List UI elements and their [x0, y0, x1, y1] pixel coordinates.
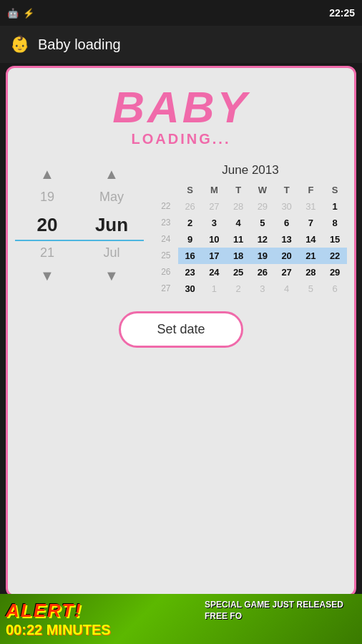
col-header-thu: T [275, 182, 299, 198]
cal-day-4-3[interactable]: 26 [250, 264, 275, 280]
cal-day-5-6[interactable]: 6 [323, 280, 347, 297]
app-icon: 👶 [10, 35, 29, 54]
cal-day-2-0[interactable]: 9 [178, 231, 202, 248]
cal-day-4-1[interactable]: 24 [202, 264, 227, 280]
cal-day-0-0[interactable]: 26 [178, 198, 202, 215]
cal-day-2-1[interactable]: 10 [202, 231, 227, 248]
day-down-arrow[interactable]: ▼ [40, 265, 54, 287]
baby-title: BABY [112, 85, 250, 130]
main-panel: BABY LOADING... ▲ 19 20 21 ▼ ▲ [6, 66, 356, 597]
cal-day-5-0[interactable]: 30 [178, 280, 202, 297]
col-header-fri: F [299, 182, 323, 198]
cal-day-4-0[interactable]: 23 [178, 264, 202, 280]
day-up-arrow[interactable]: ▲ [40, 163, 54, 185]
cal-day-3-0[interactable]: 16 [178, 248, 202, 264]
day-next: 21 [40, 241, 54, 265]
cal-day-3-5[interactable]: 21 [299, 248, 323, 264]
day-selected: 20 [15, 209, 79, 240]
loading-text: LOADING... [132, 131, 231, 147]
cal-day-5-3[interactable]: 3 [250, 280, 275, 297]
cal-day-1-4[interactable]: 6 [275, 215, 299, 231]
calendar-month-header: June 2013 [222, 163, 278, 177]
set-date-button[interactable]: Set date [119, 311, 243, 348]
calendar-week-1: 232345678 [154, 215, 347, 231]
day-column: ▲ 19 20 21 ▼ [15, 163, 79, 287]
cal-day-0-5[interactable]: 31 [299, 198, 323, 215]
day-prev: 19 [40, 185, 54, 209]
col-header-sun: S [178, 182, 202, 198]
calendar: June 2013 S M T W T F S [151, 163, 347, 297]
status-bar: 🤖 ⚡ 22:25 [0, 0, 362, 26]
cal-day-2-6[interactable]: 15 [323, 231, 347, 248]
col-header-sat: S [323, 182, 347, 198]
calendar-week-3: 2516171819202122 [154, 248, 347, 264]
drum-picker: ▲ 19 20 21 ▼ ▲ May Jun Jul ▼ [15, 163, 151, 287]
cal-day-4-6[interactable]: 29 [323, 264, 347, 280]
month-next: Jul [103, 241, 119, 265]
cal-day-4-4[interactable]: 27 [275, 264, 299, 280]
cal-day-2-3[interactable]: 12 [250, 231, 275, 248]
calendar-week-4: 2623242526272829 [154, 264, 347, 280]
week-num-3: 25 [154, 248, 178, 264]
cal-day-5-2[interactable]: 2 [226, 280, 250, 297]
cal-day-4-5[interactable]: 28 [299, 264, 323, 280]
cal-day-0-3[interactable]: 29 [250, 198, 275, 215]
android-icon: 🤖 [7, 8, 19, 19]
week-num-5: 27 [154, 280, 178, 297]
calendar-week-2: 249101112131415 [154, 231, 347, 248]
alert-label: ALERT! [6, 600, 82, 622]
ad-text: SPECIAL GAME JUST RELEASED FREE FO [205, 600, 362, 622]
cal-day-2-2[interactable]: 11 [226, 231, 250, 248]
cal-day-1-0[interactable]: 2 [178, 215, 202, 231]
cal-day-3-4[interactable]: 20 [275, 248, 299, 264]
cal-day-2-4[interactable]: 13 [275, 231, 299, 248]
cal-day-4-2[interactable]: 25 [226, 264, 250, 280]
cal-day-5-5[interactable]: 5 [299, 280, 323, 297]
cal-day-1-5[interactable]: 7 [299, 215, 323, 231]
cal-day-0-1[interactable]: 27 [202, 198, 227, 215]
col-header-mon: M [202, 182, 227, 198]
week-num-header [154, 182, 178, 198]
picker-calendar-row: ▲ 19 20 21 ▼ ▲ May Jun Jul ▼ [15, 163, 347, 297]
calendar-header-row: S M T W T F S [154, 182, 347, 198]
cal-day-0-4[interactable]: 30 [275, 198, 299, 215]
calendar-weeks: 2226272829303112323456782491011121314152… [154, 198, 347, 297]
month-selected: Jun [79, 209, 144, 240]
week-num-2: 24 [154, 231, 178, 248]
app-title: Baby loading [38, 36, 121, 53]
cal-day-1-1[interactable]: 3 [202, 215, 227, 231]
cal-day-3-3[interactable]: 19 [250, 248, 275, 264]
month-column: ▲ May Jun Jul ▼ [79, 163, 144, 287]
cal-day-1-3[interactable]: 5 [250, 215, 275, 231]
cal-day-5-1[interactable]: 1 [202, 280, 227, 297]
cal-day-0-2[interactable]: 28 [226, 198, 250, 215]
content-area: BABY LOADING... ▲ 19 20 21 ▼ ▲ [0, 63, 362, 644]
cal-day-0-6[interactable]: 1 [323, 198, 347, 215]
cal-day-3-6[interactable]: 22 [323, 248, 347, 264]
week-num-0: 22 [154, 198, 178, 215]
cal-day-2-5[interactable]: 14 [299, 231, 323, 248]
ad-banner[interactable]: ALERT! 00:22 MINUTES SPECIAL GAME JUST R… [0, 594, 362, 644]
calendar-week-5: 2730123456 [154, 280, 347, 297]
calendar-week-0: 222627282930311 [154, 198, 347, 215]
ad-timer: 00:22 MINUTES [6, 622, 111, 638]
col-header-tue: T [226, 182, 250, 198]
status-time: 22:25 [329, 7, 355, 19]
ad-content: ALERT! 00:22 MINUTES [0, 600, 117, 638]
cal-day-3-2[interactable]: 18 [226, 248, 250, 264]
month-down-arrow[interactable]: ▼ [104, 265, 119, 287]
app-bar: 👶 Baby loading [0, 26, 362, 63]
cal-day-1-6[interactable]: 8 [323, 215, 347, 231]
cal-day-5-4[interactable]: 4 [275, 280, 299, 297]
app-root: 🤖 ⚡ 22:25 👶 Baby loading BABY LOADING...… [0, 0, 362, 644]
status-icons-left: 🤖 ⚡ [7, 8, 34, 19]
month-prev: May [99, 185, 124, 209]
cal-day-3-1[interactable]: 17 [202, 248, 227, 264]
week-num-4: 26 [154, 264, 178, 280]
week-num-1: 23 [154, 215, 178, 231]
calendar-grid: S M T W T F S 22262728293031123234567824… [154, 182, 347, 297]
cal-day-1-2[interactable]: 4 [226, 215, 250, 231]
usb-icon: ⚡ [23, 8, 34, 19]
month-up-arrow[interactable]: ▲ [104, 163, 119, 185]
col-header-wed: W [250, 182, 275, 198]
